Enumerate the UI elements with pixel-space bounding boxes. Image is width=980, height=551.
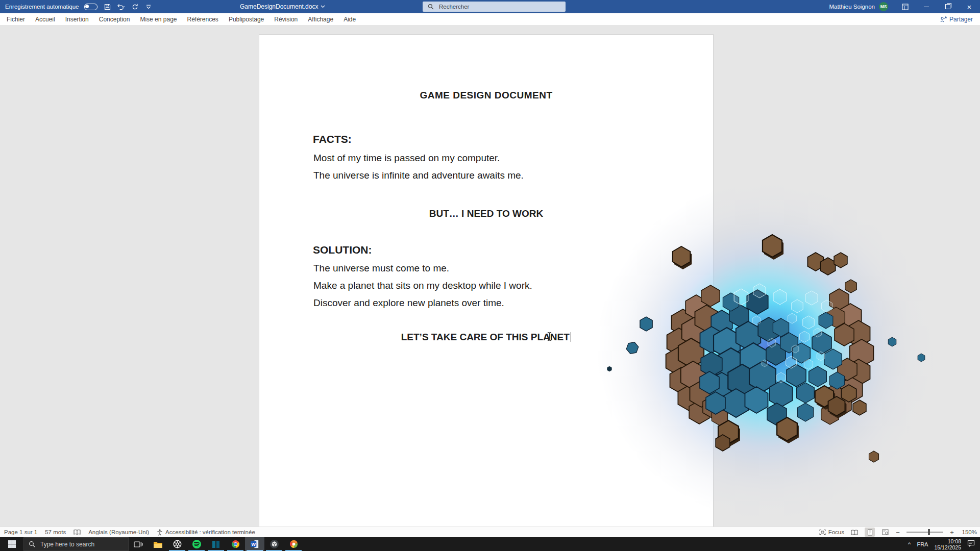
toggle-knob bbox=[85, 5, 89, 8]
word-count[interactable]: 57 mots bbox=[45, 529, 66, 535]
tray-date: 15/12/2025 bbox=[934, 544, 961, 550]
tab-fichier[interactable]: Fichier bbox=[0, 13, 30, 25]
focus-button[interactable]: Focus bbox=[819, 529, 844, 535]
solution-line-3[interactable]: Discover and explore new planets over ti… bbox=[313, 297, 504, 309]
ibeam-cursor bbox=[547, 332, 552, 343]
action-center-button[interactable] bbox=[967, 540, 975, 549]
document-area: GAME DESIGN DOCUMENT FACTS: Most of my t… bbox=[0, 25, 980, 527]
zoom-in-button[interactable]: + bbox=[949, 529, 954, 536]
word-icon: W bbox=[250, 539, 260, 549]
search-icon bbox=[428, 4, 434, 10]
tab-conception[interactable]: Conception bbox=[94, 13, 135, 25]
user-name[interactable]: Matthieu Soignon bbox=[829, 4, 875, 10]
facts-line-1[interactable]: Most of my time is passed on my computer… bbox=[313, 153, 500, 164]
zoom-slider[interactable] bbox=[906, 532, 943, 533]
minimize-button[interactable] bbox=[916, 0, 937, 13]
undo-icon[interactable] bbox=[117, 2, 125, 11]
accessibility-status[interactable]: Accessibilité : vérification terminée bbox=[157, 529, 255, 536]
browser-icon bbox=[289, 539, 299, 549]
tray-clock[interactable]: 10:08 15/12/2025 bbox=[934, 538, 961, 550]
tab-aide[interactable]: Aide bbox=[338, 13, 361, 25]
tab-references[interactable]: Références bbox=[182, 13, 224, 25]
solution-heading[interactable]: SOLUTION: bbox=[313, 244, 372, 256]
quick-access-customize-icon[interactable] bbox=[144, 2, 153, 11]
share-icon bbox=[940, 16, 947, 22]
chevron-down-icon bbox=[321, 5, 325, 8]
search-box[interactable] bbox=[423, 2, 566, 12]
tab-affichage[interactable]: Affichage bbox=[303, 13, 338, 25]
tab-insertion[interactable]: Insertion bbox=[60, 13, 94, 25]
text-caret bbox=[571, 332, 572, 342]
zoom-out-button[interactable]: − bbox=[895, 529, 900, 536]
status-bar: Page 1 sur 1 57 mots Anglais (Royaume-Un… bbox=[0, 527, 980, 537]
proofing-icon[interactable] bbox=[74, 529, 81, 535]
taskbar-search[interactable] bbox=[23, 537, 129, 551]
task-view-button[interactable] bbox=[129, 537, 148, 551]
restore-button[interactable] bbox=[937, 0, 959, 13]
facts-line-2[interactable]: The universe is infinite and adventure a… bbox=[313, 170, 524, 181]
redo-icon[interactable] bbox=[131, 2, 139, 11]
notification-icon bbox=[967, 540, 975, 547]
unity-button[interactable] bbox=[264, 537, 284, 551]
close-button[interactable]: × bbox=[959, 0, 980, 13]
browser-button[interactable] bbox=[284, 537, 303, 551]
language-indicator[interactable]: Anglais (Royaume-Uni) bbox=[88, 529, 149, 535]
zoom-slider-thumb[interactable] bbox=[928, 529, 930, 535]
accessibility-icon bbox=[157, 529, 163, 536]
svg-text:W: W bbox=[251, 542, 256, 547]
teal-app-button[interactable] bbox=[206, 537, 226, 551]
spotify-button[interactable] bbox=[187, 537, 206, 551]
taskbar: W ^ FRA 10:08 15/12/2025 bbox=[0, 537, 980, 551]
windows-logo-icon bbox=[8, 540, 16, 548]
facts-heading[interactable]: FACTS: bbox=[313, 133, 352, 145]
chrome-icon bbox=[231, 539, 240, 549]
save-icon[interactable] bbox=[103, 2, 111, 11]
chatgpt-button[interactable] bbox=[167, 537, 187, 551]
print-layout-button[interactable] bbox=[865, 528, 875, 537]
title-bar: Enregistrement automatique GameDesignDoc… bbox=[0, 0, 980, 13]
file-explorer-icon bbox=[153, 540, 163, 548]
tab-publipostage[interactable]: Publipostage bbox=[224, 13, 269, 25]
taskbar-search-input[interactable] bbox=[39, 540, 118, 548]
focus-icon bbox=[819, 529, 826, 535]
tray-expand-chevron[interactable]: ^ bbox=[908, 541, 911, 547]
task-view-icon bbox=[134, 540, 143, 548]
ribbon-tab-bar: Fichier Accueil Insertion Conception Mis… bbox=[0, 13, 980, 25]
tray-time: 10:08 bbox=[934, 538, 961, 544]
zoom-level[interactable]: 150% bbox=[960, 529, 977, 535]
spotify-icon bbox=[192, 539, 202, 549]
teal-app-icon bbox=[211, 540, 220, 549]
chatgpt-icon bbox=[173, 539, 182, 549]
tab-revision[interactable]: Révision bbox=[269, 13, 303, 25]
document-title[interactable]: GameDesignDocument.docx bbox=[240, 0, 325, 13]
unity-icon bbox=[270, 539, 279, 549]
search-input[interactable] bbox=[438, 3, 552, 10]
tab-mise-en-page[interactable]: Mise en page bbox=[135, 13, 182, 25]
search-icon bbox=[29, 541, 35, 547]
doc-heading[interactable]: GAME DESIGN DOCUMENT bbox=[259, 90, 713, 101]
web-layout-button[interactable] bbox=[880, 528, 890, 537]
autosave-toggle[interactable] bbox=[84, 4, 97, 10]
avatar[interactable]: MS bbox=[879, 2, 888, 11]
solution-line-1[interactable]: The universe must come to me. bbox=[313, 263, 449, 274]
tray-language[interactable]: FRA bbox=[917, 541, 928, 547]
tab-accueil[interactable]: Accueil bbox=[30, 13, 60, 25]
autosave-label: Enregistrement automatique bbox=[5, 4, 79, 10]
start-button[interactable] bbox=[0, 537, 23, 551]
ribbon-display-options-button[interactable] bbox=[894, 0, 916, 13]
page-indicator[interactable]: Page 1 sur 1 bbox=[4, 529, 37, 535]
read-mode-button[interactable] bbox=[849, 528, 860, 537]
chrome-button[interactable] bbox=[226, 537, 245, 551]
file-explorer-button[interactable] bbox=[148, 537, 167, 551]
solution-line-2[interactable]: Make a planet that sits on my desktop wh… bbox=[313, 280, 532, 291]
word-button[interactable]: W bbox=[245, 537, 264, 551]
share-button[interactable]: Partager bbox=[940, 13, 973, 25]
desktop-planet-widget[interactable] bbox=[577, 173, 954, 520]
